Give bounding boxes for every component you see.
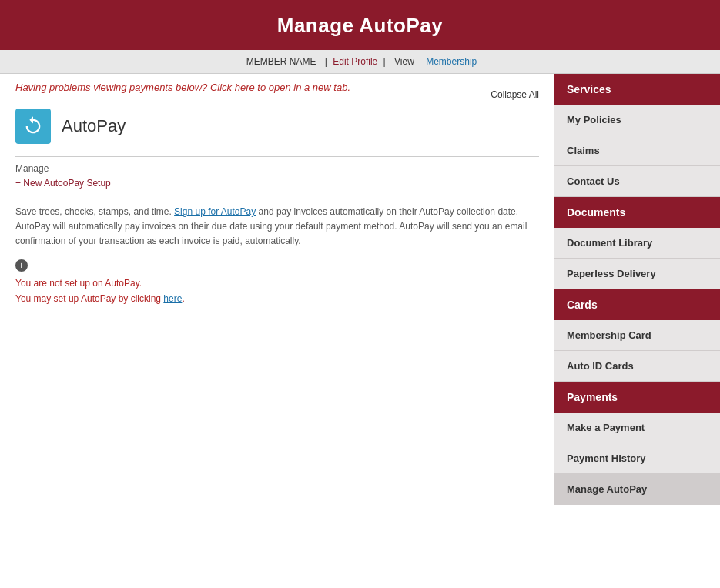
setup-text: You may set up AutoPay by clicking here.	[15, 293, 539, 304]
member-name: MEMBER NAME	[246, 56, 316, 67]
alert-link[interactable]: Having problems viewing payments below? …	[15, 82, 350, 93]
sub-header: MEMBER NAME | Edit Profile | View Member…	[0, 50, 720, 74]
separator2: |	[383, 56, 388, 67]
collapse-all-button[interactable]: Collapse All	[491, 89, 539, 100]
page-title: Manage AutoPay	[0, 14, 720, 38]
sidebar-item-membership-card[interactable]: Membership Card	[554, 320, 720, 351]
info-icon: i	[15, 259, 28, 272]
main-layout: Having problems viewing payments below? …	[0, 74, 720, 505]
content-area: Having problems viewing payments below? …	[0, 74, 554, 505]
autopay-icon	[15, 109, 51, 144]
alert-message: Having problems viewing payments below? …	[15, 82, 350, 93]
autopay-title: AutoPay	[62, 116, 126, 136]
autopay-header: AutoPay	[15, 109, 539, 144]
sidebar-item-document-library[interactable]: Document Library	[554, 228, 720, 259]
edit-profile-link[interactable]: Edit Profile	[333, 56, 377, 67]
sidebar-item-auto-id-cards[interactable]: Auto ID Cards	[554, 351, 720, 382]
sidebar-section-cards: Cards	[554, 289, 720, 320]
setup-prefix: You may set up AutoPay by clicking	[15, 293, 161, 304]
sidebar-item-paperless-delivery[interactable]: Paperless Delivery	[554, 259, 720, 289]
content-top: Having problems viewing payments below? …	[15, 82, 539, 105]
sidebar: ServicesMy PoliciesClaimsContact UsDocum…	[554, 74, 720, 505]
sidebar-item-make-a-payment[interactable]: Make a Payment	[554, 413, 720, 443]
sidebar-section-services: Services	[554, 74, 720, 105]
alert-container: Having problems viewing payments below? …	[15, 82, 350, 105]
sidebar-item-payment-history[interactable]: Payment History	[554, 443, 720, 474]
sidebar-section-payments: Payments	[554, 382, 720, 413]
sidebar-item-contact-us[interactable]: Contact Us	[554, 166, 720, 197]
sidebar-section-documents: Documents	[554, 197, 720, 228]
collapse-all-container: Collapse All	[491, 82, 539, 100]
manage-label: Manage	[15, 163, 539, 174]
manage-section: Manage New AutooPay Setup	[15, 156, 539, 195]
not-setup-text: You are not set up on AutoPay.	[15, 278, 539, 289]
new-autopay-link[interactable]: New AutooPay Setup	[15, 178, 111, 189]
signup-autopay-link[interactable]: Sign up for AutoPay	[174, 206, 256, 217]
setup-suffix: .	[182, 293, 184, 304]
view-prefix: View	[394, 56, 414, 67]
sidebar-item-my-policies[interactable]: My Policies	[554, 105, 720, 135]
separator1: |	[325, 56, 330, 67]
page-header: Manage AutoPay	[0, 0, 720, 50]
sidebar-item-claims[interactable]: Claims	[554, 135, 720, 166]
info-block: i	[15, 259, 539, 272]
autopay-description: Save trees, checks, stamps, and time. Si…	[15, 205, 539, 249]
desc-part1: Save trees, checks, stamps, and time.	[15, 206, 172, 217]
sidebar-item-manage-autopay[interactable]: Manage AutoPay	[554, 474, 720, 505]
setup-here-link[interactable]: here	[163, 293, 182, 304]
refresh-icon	[22, 115, 44, 137]
view-membership-link[interactable]: Membership	[426, 56, 477, 67]
